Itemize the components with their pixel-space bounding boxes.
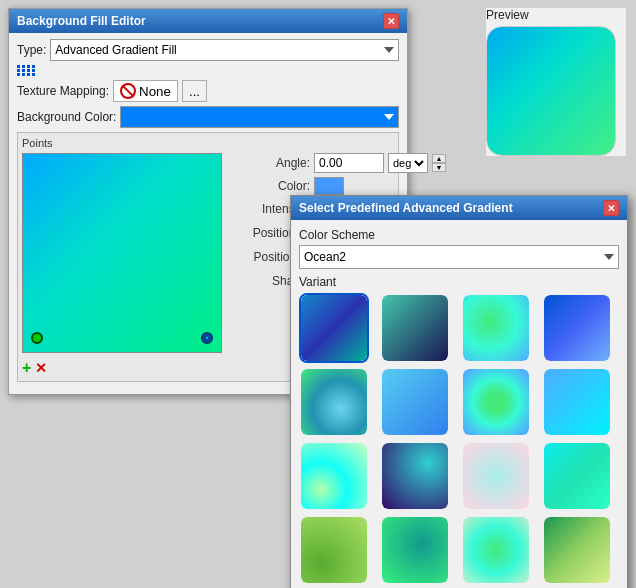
variant-cell-13[interactable]: [299, 515, 369, 585]
predefined-dialog-titlebar: Select Predefined Advanced Gradient ✕: [291, 196, 627, 220]
texture-none-button[interactable]: None: [113, 80, 178, 102]
color-swatch[interactable]: [314, 177, 344, 195]
variant-cell-12[interactable]: [542, 441, 612, 511]
delete-point-button[interactable]: ✕: [35, 360, 47, 376]
variant-cell-10[interactable]: [380, 441, 450, 511]
gradient-canvas[interactable]: [22, 153, 222, 353]
predefined-dialog-close-button[interactable]: ✕: [603, 200, 619, 216]
bg-color-row: Background Color:: [17, 106, 399, 128]
point-controls: + ✕: [22, 359, 222, 377]
variant-cell-8[interactable]: [542, 367, 612, 437]
variant-cell-11[interactable]: [461, 441, 531, 511]
bg-editor-title: Background Fill Editor: [17, 14, 146, 28]
angle-input[interactable]: [314, 153, 384, 173]
preview-panel: Preview: [486, 8, 626, 156]
scheme-label: Color Scheme: [299, 228, 619, 242]
add-point-button[interactable]: +: [22, 359, 31, 377]
type-row: Type: Advanced Gradient Fill: [17, 39, 399, 61]
variant-cell-16[interactable]: [542, 515, 612, 585]
angle-up-button[interactable]: ▲: [432, 154, 446, 163]
bg-color-select[interactable]: [120, 106, 399, 128]
bg-editor-close-button[interactable]: ✕: [383, 13, 399, 29]
scheme-select[interactable]: Ocean2: [299, 245, 619, 269]
preview-label: Preview: [486, 8, 626, 22]
variant-cell-4[interactable]: [542, 293, 612, 363]
texture-none-label: None: [139, 84, 171, 99]
gradient-point-right[interactable]: [201, 332, 213, 344]
bg-editor-titlebar: Background Fill Editor ✕: [9, 9, 407, 33]
preview-checker: [487, 125, 615, 155]
color-row: Color:: [230, 177, 446, 195]
color-label: Color:: [230, 179, 310, 193]
texture-browse-button[interactable]: ...: [182, 80, 207, 102]
preview-box: [486, 26, 616, 156]
variant-cell-7[interactable]: [461, 367, 531, 437]
predefined-dialog-title: Select Predefined Advanced Gradient: [299, 201, 513, 215]
variant-cell-6[interactable]: [380, 367, 450, 437]
variants-grid: [299, 293, 619, 585]
variant-cell-5[interactable]: [299, 367, 369, 437]
predefined-dialog: Select Predefined Advanced Gradient ✕ Co…: [290, 195, 628, 588]
angle-unit-select[interactable]: deg: [388, 153, 428, 173]
variant-cell-2[interactable]: [380, 293, 450, 363]
bg-color-label: Background Color:: [17, 110, 116, 124]
variant-cell-3[interactable]: [461, 293, 531, 363]
texture-row: Texture Mapping: None ...: [17, 80, 399, 102]
angle-spinners: ▲ ▼: [432, 154, 446, 172]
variant-cell-14[interactable]: [380, 515, 450, 585]
variant-cell-9[interactable]: [299, 441, 369, 511]
dots-row: [17, 65, 399, 76]
points-label: Points: [22, 137, 394, 149]
variant-label: Variant: [299, 275, 619, 289]
angle-label: Angle:: [230, 156, 310, 170]
angle-down-button[interactable]: ▼: [432, 163, 446, 172]
variant-cell-1[interactable]: [299, 293, 369, 363]
angle-row: Angle: deg ▲ ▼: [230, 153, 446, 173]
predefined-dialog-body: Color Scheme Ocean2 Variant: [291, 220, 627, 588]
no-texture-icon: [120, 83, 136, 99]
gradient-point-left[interactable]: [31, 332, 43, 344]
grid-dots-icon: [17, 65, 36, 76]
type-label: Type:: [17, 43, 46, 57]
texture-label: Texture Mapping:: [17, 84, 109, 98]
type-select[interactable]: Advanced Gradient Fill: [50, 39, 399, 61]
variant-cell-15[interactable]: [461, 515, 531, 585]
